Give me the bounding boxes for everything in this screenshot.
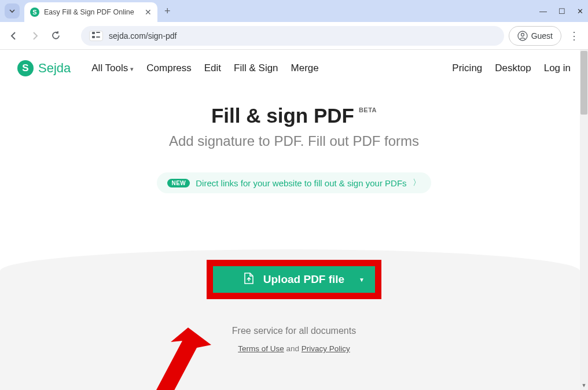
- profile-label: Guest: [531, 31, 553, 41]
- browser-address-bar: sejda.com/sign-pdf Guest ⋮: [0, 22, 588, 50]
- minimize-icon[interactable]: —: [539, 7, 547, 16]
- profile-chip[interactable]: Guest: [509, 26, 561, 46]
- tab-search-dropdown[interactable]: [5, 3, 20, 19]
- promo-text: Direct links for your website to fill ou…: [196, 178, 406, 188]
- browser-tab[interactable]: S Easy Fill & Sign PDF Online ✕: [24, 2, 157, 22]
- new-badge: NEW: [167, 179, 190, 187]
- back-button[interactable]: [6, 28, 22, 44]
- svg-rect-0: [92, 32, 95, 34]
- forward-button[interactable]: [27, 28, 43, 44]
- tab-favicon-icon: S: [30, 8, 39, 17]
- annotation-highlight-box: Upload PDF file ▼: [207, 260, 381, 299]
- window-controls: — ☐ ✕: [539, 0, 583, 22]
- maximize-icon[interactable]: ☐: [558, 7, 565, 16]
- site-settings-icon[interactable]: [89, 31, 103, 41]
- file-icon: [244, 273, 254, 287]
- upload-zone: Upload PDF file ▼ Free service for all d…: [0, 260, 588, 353]
- beta-badge: BETA: [359, 104, 377, 113]
- terms-link[interactable]: Terms of Use: [238, 344, 284, 353]
- svg-rect-1: [96, 32, 100, 33]
- svg-rect-2: [92, 36, 95, 38]
- chevron-down-icon: [9, 8, 16, 14]
- nav-desktop[interactable]: Desktop: [495, 62, 531, 74]
- logo-mark-icon: S: [17, 60, 34, 76]
- nav-merge[interactable]: Merge: [291, 62, 319, 74]
- upload-button-label: Upload PDF file: [263, 273, 344, 286]
- footer-links: Terms of Use and Privacy Policy: [0, 344, 588, 353]
- logo[interactable]: S Sejda: [17, 60, 71, 76]
- dropdown-caret-icon[interactable]: ▼: [359, 277, 365, 283]
- page-subtitle: Add signature to PDF. Fill out PDF forms: [0, 133, 588, 149]
- nav-compress[interactable]: Compress: [146, 62, 191, 74]
- url-text: sejda.com/sign-pdf: [109, 31, 177, 41]
- arrow-right-icon: [30, 31, 40, 41]
- privacy-link[interactable]: Privacy Policy: [302, 344, 350, 353]
- promo-banner[interactable]: NEW Direct links for your website to fil…: [157, 172, 431, 193]
- reload-icon: [51, 31, 61, 41]
- browser-menu-button[interactable]: ⋮: [566, 30, 582, 42]
- reload-button[interactable]: [47, 28, 64, 44]
- free-service-text: Free service for all documents: [0, 326, 588, 336]
- tab-title: Easy Fill & Sign PDF Online: [44, 8, 140, 16]
- close-window-icon[interactable]: ✕: [577, 7, 583, 16]
- site-header: S Sejda All Tools▾ Compress Edit Fill & …: [0, 50, 588, 87]
- nav-login[interactable]: Log in: [544, 62, 571, 74]
- nav-all-tools[interactable]: All Tools▾: [91, 62, 134, 74]
- scrollbar-thumb[interactable]: [580, 51, 587, 115]
- page-viewport: ▼ S Sejda All Tools▾ Compress Edit Fill …: [0, 50, 588, 390]
- chevron-right-icon: 〉: [413, 178, 421, 188]
- nav-fill-sign[interactable]: Fill & Sign: [234, 62, 278, 74]
- tab-close-icon[interactable]: ✕: [145, 8, 152, 17]
- chevron-down-icon: ▾: [130, 65, 134, 72]
- scrollbar-down-icon[interactable]: ▼: [580, 382, 587, 389]
- nav-edit[interactable]: Edit: [204, 62, 221, 74]
- new-tab-button[interactable]: +: [164, 5, 171, 17]
- upload-pdf-button[interactable]: Upload PDF file ▼: [213, 266, 375, 293]
- browser-tab-strip: S Easy Fill & Sign PDF Online ✕ + — ☐ ✕: [0, 0, 588, 22]
- logo-text: Sejda: [38, 61, 71, 76]
- svg-rect-3: [96, 36, 100, 38]
- nav-pricing[interactable]: Pricing: [452, 62, 482, 74]
- user-icon: [517, 31, 528, 41]
- arrow-left-icon: [9, 31, 19, 41]
- hero-section: Fill & sign PDF BETA Add signature to PD…: [0, 87, 588, 193]
- page-title: Fill & sign PDF: [211, 104, 354, 127]
- url-input[interactable]: sejda.com/sign-pdf: [81, 26, 504, 46]
- svg-point-5: [521, 33, 524, 36]
